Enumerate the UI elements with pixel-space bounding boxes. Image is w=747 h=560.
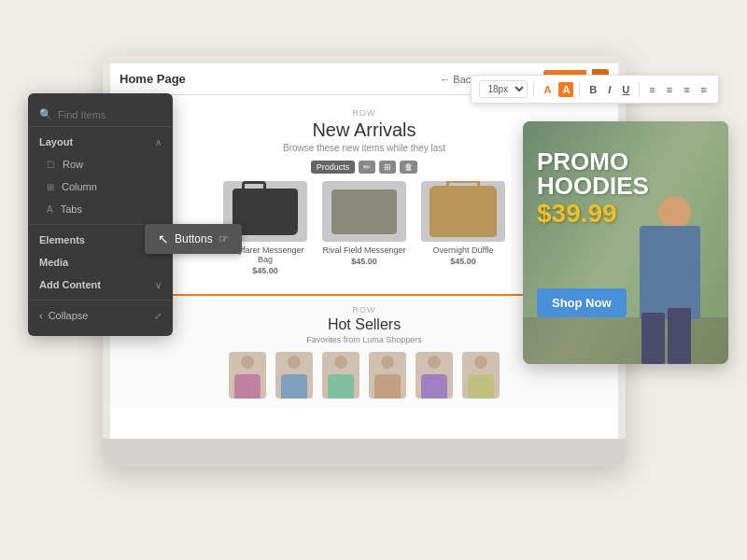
product-image-3	[421, 181, 505, 242]
font-size-select[interactable]: 18px	[479, 80, 528, 98]
sidebar-item-column[interactable]: ⊞ Column	[28, 175, 173, 198]
sidebar-item-row[interactable]: ☐ Row	[28, 153, 173, 175]
sidebar-section-media[interactable]: Media	[28, 251, 173, 273]
column-icon: ⊞	[47, 182, 54, 192]
highlight-button[interactable]: A	[558, 82, 573, 97]
buttons-popup-label: Buttons	[175, 232, 213, 245]
row-label: Row	[63, 159, 83, 170]
product-image-2	[322, 181, 406, 242]
edit-icon-btn[interactable]: ✏	[359, 161, 375, 174]
collapse-label: Collapse	[49, 310, 89, 321]
sidebar-item-tabs[interactable]: A Tabs	[28, 198, 173, 220]
align-right-button[interactable]: ≡	[680, 82, 693, 97]
new-arrivals-section-label: ROW	[120, 108, 609, 118]
column-label: Column	[62, 181, 97, 192]
sidebar-section-layout[interactable]: Layout ∧	[28, 131, 173, 153]
tabs-icon: A	[47, 204, 53, 215]
align-center-button[interactable]: ≡	[663, 82, 676, 97]
page-title: Home Page	[120, 72, 432, 86]
duffle-bag-image	[430, 186, 497, 237]
rich-toolbar: 18px A A B I U ≡ ≡ ≡ ≡	[471, 75, 719, 104]
justify-button[interactable]: ≡	[698, 82, 711, 97]
messenger-bag-image	[233, 189, 298, 235]
person-avatar-3	[322, 352, 359, 399]
product-name-3: Overnight Duffle	[421, 245, 505, 255]
italic-button[interactable]: I	[604, 82, 614, 97]
media-section-label: Media	[39, 257, 68, 268]
copy-icon-btn[interactable]: ⊞	[379, 161, 396, 174]
product-price-1: $45.00	[223, 266, 307, 275]
align-left-button[interactable]: ≡	[645, 82, 658, 97]
product-price-3: $45.00	[421, 257, 505, 266]
sidebar-search[interactable]: 🔍	[28, 103, 173, 127]
sidebar-section-add-content[interactable]: Add Content ∨	[28, 273, 173, 296]
delete-icon-btn[interactable]: 🗑	[400, 161, 417, 174]
sidebar-bottom: ‹ Collapse ⤢	[28, 304, 173, 327]
collapse-button[interactable]: ‹ Collapse	[39, 310, 88, 321]
product-price-2: $45.00	[322, 257, 406, 266]
person-leg-2	[641, 313, 665, 364]
collapse-arrow-icon: ‹	[39, 310, 43, 321]
expand-icon: ⤢	[154, 311, 162, 321]
toolbar-divider-1	[533, 82, 534, 97]
underline-button[interactable]: U	[618, 82, 633, 97]
laptop-base	[103, 439, 626, 467]
add-content-arrow-icon: ∨	[155, 280, 162, 290]
hand-cursor-icon: ☞	[218, 232, 229, 245]
toolbar-divider-3	[639, 82, 640, 97]
promo-banner: PROMOHOODIES $39.99 Shop Now	[523, 121, 728, 364]
person-avatar-2	[275, 352, 313, 399]
promo-price: $39.99	[537, 198, 649, 230]
tabs-label: Tabs	[61, 203, 82, 215]
promo-title: PROMOHOODIES	[537, 149, 649, 198]
person-body	[640, 226, 700, 319]
person-head	[658, 196, 691, 229]
elements-section-label: Elements	[39, 234, 85, 245]
row-icon: ☐	[47, 160, 55, 170]
products-button[interactable]: Products	[311, 161, 356, 174]
field-bag-image	[331, 189, 397, 234]
sidebar: 🔍 Layout ∧ ☐ Row ⊞ Column A Tabs Element…	[28, 93, 173, 336]
bold-button[interactable]: B	[585, 82, 600, 97]
font-color-button[interactable]: A	[540, 82, 555, 97]
sidebar-divider-2	[28, 300, 173, 301]
promo-text-overlay: PROMOHOODIES $39.99	[537, 149, 649, 230]
layout-arrow-icon: ∧	[155, 137, 162, 147]
shop-now-button[interactable]: Shop Now	[537, 288, 627, 317]
person-avatar-5	[416, 352, 453, 399]
layout-section-label: Layout	[39, 136, 73, 147]
search-input[interactable]	[58, 109, 162, 120]
person-avatar-6	[462, 352, 500, 399]
toolbar-divider-2	[579, 82, 580, 97]
product-item-3: Overnight Duffle $45.00	[421, 181, 505, 275]
product-item-2: Rival Field Messenger $45.00	[322, 181, 406, 275]
cursor-icon: ↖	[158, 231, 169, 246]
add-content-section-label: Add Content	[39, 279, 101, 290]
product-name-2: Rival Field Messenger	[322, 245, 406, 255]
person-leg-1	[668, 308, 691, 364]
search-icon: 🔍	[39, 108, 52, 120]
buttons-popup: ↖ Buttons ☞	[145, 224, 242, 254]
person-avatar-1	[229, 352, 266, 399]
person-avatar-4	[369, 352, 406, 399]
